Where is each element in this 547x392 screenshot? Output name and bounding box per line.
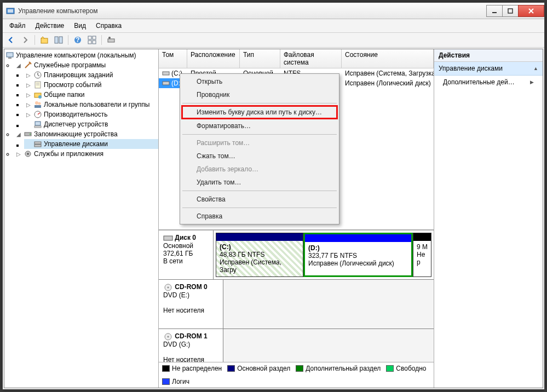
volume-list-header: Том Расположение Тип Файловая система Со… — [159, 49, 434, 68]
tree-root[interactable]: Управление компьютером (локальным) — [4, 50, 158, 60]
chevron-right-icon: ▶ — [530, 79, 534, 85]
tree-service-programs[interactable]: ◢ Служебные программы — [14, 60, 158, 70]
ctx-open[interactable]: Открыть — [181, 75, 338, 88]
tree-performance[interactable]: ▷Производительность — [24, 109, 158, 119]
partition-d[interactable]: (D:) 323,77 ГБ NTFS Исправен (Логический… — [303, 233, 413, 277]
clock-icon — [33, 71, 42, 79]
close-button[interactable] — [518, 5, 544, 17]
svg-rect-33 — [34, 142, 41, 144]
svg-point-16 — [108, 37, 111, 39]
tree-device-manager[interactable]: Диспетчер устройств — [24, 119, 158, 129]
ctx-format[interactable]: Форматировать… — [181, 119, 338, 132]
titlebar[interactable]: Управление компьютером — [3, 3, 544, 19]
cdrom-icon — [163, 333, 173, 341]
actions-pane: Действия Управление дисками ▲ Дополнител… — [434, 49, 543, 388]
expand-icon[interactable]: ▷ — [25, 111, 32, 118]
collapse-icon[interactable]: ◢ — [15, 131, 22, 137]
svg-rect-37 — [163, 72, 169, 75]
ctx-delete[interactable]: Удалить том… — [181, 176, 338, 189]
device-icon — [33, 120, 42, 129]
show-hide-button[interactable] — [53, 34, 65, 46]
ctx-help[interactable]: Справка — [181, 210, 338, 223]
toolbar: ? — [3, 33, 544, 48]
actions-title: Действия — [434, 49, 543, 62]
ctx-shrink[interactable]: Сжать том… — [181, 149, 338, 163]
expand-icon[interactable]: ▷ — [25, 91, 32, 98]
menu-help[interactable]: Справка — [91, 20, 126, 31]
tile-button[interactable] — [86, 34, 98, 46]
expand-icon[interactable]: ▷ — [25, 101, 32, 108]
ctx-properties[interactable]: Свойства — [181, 193, 338, 206]
menu-view[interactable]: Вид — [70, 20, 90, 31]
ctx-mirror: Добавить зеркало… — [181, 163, 338, 176]
tree-disk-management[interactable]: Управление дисками — [24, 139, 158, 149]
drive-icon — [162, 70, 170, 77]
svg-point-36 — [27, 153, 29, 155]
actions-section-disk-mgmt[interactable]: Управление дисками ▲ — [434, 62, 543, 76]
svg-rect-15 — [108, 39, 114, 42]
tree-task-scheduler[interactable]: ▷Планировщик заданий — [24, 70, 158, 80]
help-button[interactable]: ? — [72, 34, 84, 46]
tree-services-apps[interactable]: ▷Службы и приложения — [14, 149, 158, 159]
disk-graphical-view[interactable]: Диск 0 Основной 372,61 ГБ В сети (C:) 48… — [159, 229, 434, 362]
ctx-explorer[interactable]: Проводник — [181, 88, 338, 101]
svg-point-41 — [168, 286, 169, 288]
svg-rect-13 — [88, 41, 91, 44]
col-filesystem[interactable]: Файловая система — [280, 49, 342, 68]
svg-rect-18 — [8, 57, 11, 59]
users-icon — [33, 100, 42, 109]
col-status[interactable]: Состояние — [342, 49, 434, 68]
tree-event-viewer[interactable]: ▷Просмотр событий — [24, 80, 158, 90]
svg-rect-30 — [34, 126, 41, 128]
ctx-change-drive-letter[interactable]: Изменить букву диска или путь к диску… — [181, 105, 338, 119]
col-type[interactable]: Тип — [240, 49, 280, 68]
legend-free: Свободно — [386, 365, 426, 372]
storage-icon — [24, 130, 32, 139]
forward-button[interactable] — [19, 34, 31, 46]
services-icon — [24, 149, 32, 158]
cdrom-1-nomedia — [223, 329, 434, 362]
expand-icon[interactable]: ▷ — [25, 72, 32, 78]
expand-icon[interactable]: ▷ — [25, 82, 32, 88]
svg-rect-38 — [163, 82, 169, 85]
menu-file[interactable]: Файл — [5, 20, 30, 31]
svg-rect-11 — [88, 36, 91, 39]
tree-pane[interactable]: Управление компьютером (локальным) ◢ Слу… — [4, 49, 159, 388]
svg-rect-29 — [35, 122, 41, 125]
col-volume[interactable]: Том — [159, 49, 187, 68]
partition-unallocated[interactable]: 9 М Не р — [413, 233, 431, 277]
tree-local-users[interactable]: ▷Локальные пользователи и группы — [24, 100, 158, 109]
cdrom-0-nomedia — [223, 280, 434, 328]
up-button[interactable] — [38, 34, 50, 46]
menu-action[interactable]: Действие — [31, 20, 69, 31]
collapse-icon[interactable]: ◢ — [15, 62, 22, 68]
cdrom-1-header[interactable]: CD-ROM 1 DVD (G:) Нет носителя — [159, 329, 223, 362]
svg-rect-39 — [164, 236, 172, 240]
svg-point-25 — [35, 101, 38, 105]
legend-logical: Логич — [162, 378, 189, 385]
expand-icon[interactable]: ▷ — [15, 151, 22, 157]
cdrom-icon — [163, 284, 173, 291]
legend-extended: Дополнительный раздел — [296, 365, 381, 372]
tree-storage[interactable]: ◢ Запоминающие устройства — [14, 129, 158, 139]
svg-point-24 — [38, 95, 42, 99]
menubar: Файл Действие Вид Справка — [3, 19, 544, 33]
back-button[interactable] — [5, 34, 17, 46]
disk-0-header[interactable]: Диск 0 Основной 372,61 ГБ В сети — [159, 230, 214, 279]
actions-more[interactable]: Дополнительные дей… ▶ — [434, 76, 543, 89]
minimize-button[interactable] — [486, 5, 503, 17]
svg-rect-17 — [7, 53, 13, 57]
tree-shared-folders[interactable]: ▷Общие папки — [24, 90, 158, 100]
svg-point-26 — [38, 102, 41, 105]
legend-unallocated: Не распределен — [162, 365, 222, 372]
cdrom-0-header[interactable]: CD-ROM 0 DVD (E:) Нет носителя — [159, 280, 223, 328]
maximize-button[interactable] — [502, 5, 519, 17]
svg-point-43 — [168, 336, 169, 337]
svg-rect-12 — [93, 36, 96, 39]
hdd-icon — [163, 234, 173, 242]
partition-c[interactable]: (C:) 48,83 ГБ NTFS Исправен (Система, За… — [216, 233, 303, 277]
computer-icon — [5, 51, 14, 60]
perf-icon — [33, 110, 42, 119]
settings-button[interactable] — [105, 34, 117, 46]
col-layout[interactable]: Расположение — [187, 49, 240, 68]
